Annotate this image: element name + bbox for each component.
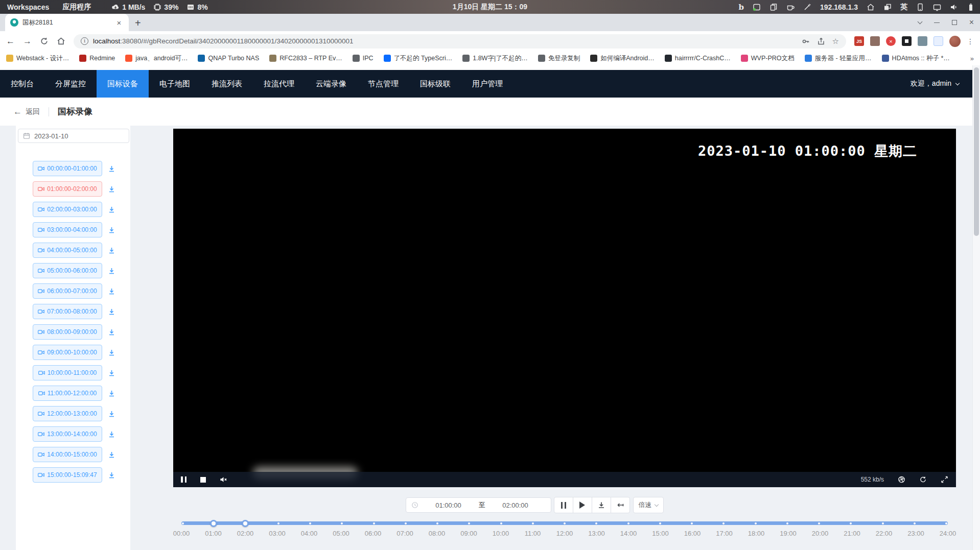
coffee-tray-icon[interactable] [786, 3, 795, 11]
window-close-button[interactable]: × [969, 18, 974, 27]
bookmark-item[interactable]: HDAtmos :: 种子 *… [882, 54, 950, 63]
speed-dropdown[interactable]: 倍速 [633, 497, 664, 513]
ip-address-indicator[interactable]: 192.168.1.3 [820, 3, 858, 11]
recording-button[interactable]: 02:00:00-03:00:00 [33, 202, 102, 217]
volume-tray-icon[interactable] [950, 3, 958, 11]
phone-connect-icon[interactable] [916, 3, 924, 11]
download-icon[interactable] [108, 349, 115, 356]
recording-button[interactable]: 11:00:00-12:00:00 [33, 386, 102, 401]
download-icon[interactable] [108, 308, 115, 316]
extension-js-badge[interactable]: JS [854, 36, 864, 46]
bookmark-item[interactable]: WVP-PRO文档 [741, 54, 795, 63]
forward-button[interactable]: → [23, 36, 32, 46]
url-bar[interactable]: i localhost:38080/#/gbRecordDetail/34020… [74, 34, 846, 49]
download-icon[interactable] [108, 390, 115, 397]
recording-button[interactable]: 14:00:00-15:00:00 [33, 447, 102, 462]
download-icon[interactable] [108, 226, 115, 234]
recording-button[interactable]: 05:00:00-06:00:00 [33, 263, 102, 278]
nav-menu-item[interactable]: 国标设备 [97, 70, 149, 98]
tab-close-icon[interactable]: × [114, 18, 124, 27]
network-speed-indicator[interactable]: 1 MB/s [111, 3, 145, 11]
screenshot-tray-icon[interactable] [753, 3, 761, 11]
nav-menu-item[interactable]: 云端录像 [305, 70, 357, 98]
nav-menu-item[interactable]: 分屏监控 [44, 70, 97, 98]
player-pause-icon[interactable] [181, 476, 186, 483]
download-icon[interactable] [108, 451, 115, 459]
nav-menu-item[interactable]: 国标级联 [409, 70, 461, 98]
share-icon[interactable] [817, 37, 825, 45]
bookmark-item[interactable]: Webstack - 设计… [6, 54, 69, 63]
extension-icon-2[interactable] [870, 36, 880, 46]
window-minimize-button[interactable] [934, 22, 940, 23]
time-range-picker[interactable]: 01:00:00 至 02:00:00 [406, 497, 551, 513]
download-icon[interactable] [108, 471, 115, 479]
bookmark-item[interactable]: 免登录复制 [538, 54, 580, 63]
download-icon[interactable] [108, 328, 115, 336]
recording-button[interactable]: 04:00:00-05:00:00 [33, 243, 102, 258]
browser-menu-icon[interactable]: ⋮ [967, 37, 974, 45]
extension-icon-6[interactable] [934, 36, 943, 46]
range-end-input[interactable]: 02:00:00 [485, 501, 546, 509]
recording-button[interactable]: 09:00:00-10:00:00 [33, 345, 102, 360]
download-icon[interactable] [108, 185, 115, 193]
download-icon[interactable] [108, 369, 115, 377]
snapshot-aperture-icon[interactable] [898, 476, 905, 483]
clock-calendar-button[interactable]: 1月10日 星期二 15：09 [453, 3, 527, 12]
workspaces-button[interactable]: Workspaces [7, 3, 49, 11]
back-button[interactable]: ← [6, 36, 15, 46]
recording-button[interactable]: 12:00:00-13:00:00 [33, 406, 102, 421]
nav-menu-item[interactable]: 用户管理 [461, 70, 514, 98]
window-maximize-button[interactable] [952, 20, 957, 25]
new-tab-button[interactable]: + [135, 18, 141, 28]
recording-button[interactable]: 00:00:00-01:00:00 [33, 161, 102, 176]
reload-button[interactable] [40, 37, 49, 45]
download-icon[interactable] [108, 267, 115, 275]
download-icon[interactable] [108, 410, 115, 418]
timeline-handle[interactable] [242, 520, 249, 527]
bookmark-item[interactable]: 如何编译Android… [590, 54, 655, 63]
recording-button[interactable]: 03:00:00-04:00:00 [33, 222, 102, 237]
display-tray-icon[interactable] [933, 3, 941, 11]
page-info-icon[interactable]: i [81, 37, 88, 45]
player-stop-icon[interactable] [200, 477, 206, 483]
pause-button[interactable] [554, 497, 573, 513]
range-start-input[interactable]: 01:00:00 [418, 501, 479, 509]
timeline-track[interactable] [181, 521, 948, 525]
applications-button[interactable]: 应用程序 [62, 3, 91, 12]
extension-blocker-icon[interactable]: × [886, 36, 896, 46]
home-tray-icon[interactable] [867, 3, 875, 11]
nav-menu-item[interactable]: 推流列表 [201, 70, 253, 98]
bookmark-item[interactable]: Redmine [79, 55, 115, 62]
tray-b-icon[interactable]: b [739, 3, 744, 11]
back-link[interactable]: ← 返回 [13, 107, 40, 117]
download-record-button[interactable] [592, 497, 611, 513]
download-icon[interactable] [108, 431, 115, 438]
recording-button[interactable]: 06:00:00-07:00:00 [33, 283, 102, 299]
nav-menu-item[interactable]: 控制台 [0, 70, 44, 98]
bookmark-item[interactable]: hairrrrr/C-CrashC… [665, 55, 731, 62]
date-picker-input[interactable]: 2023-01-10 [18, 129, 129, 143]
input-method-indicator[interactable]: 英 [900, 3, 907, 12]
seek-back-button[interactable] [611, 497, 630, 513]
password-key-icon[interactable] [802, 37, 810, 45]
memory-usage-indicator[interactable]: 8% [186, 3, 207, 11]
bookmark-item[interactable]: 了不起的 TypeScri… [384, 54, 453, 63]
recording-button[interactable]: 13:00:00-14:00:00 [33, 426, 102, 442]
nav-menu-item[interactable]: 拉流代理 [253, 70, 305, 98]
bookmark-item[interactable]: 服务器 - 轻量应用… [805, 54, 872, 63]
download-icon[interactable] [108, 206, 115, 213]
profile-avatar[interactable] [949, 36, 961, 47]
refresh-icon[interactable] [919, 476, 927, 483]
nav-menu-item[interactable]: 节点管理 [357, 70, 409, 98]
download-icon[interactable] [108, 165, 115, 173]
extension-icon-4[interactable] [902, 36, 912, 46]
download-icon[interactable] [108, 247, 115, 254]
battery-icon[interactable] [967, 3, 975, 11]
scrollbar-thumb[interactable] [974, 67, 979, 236]
timeline-handle[interactable] [210, 520, 217, 527]
download-icon[interactable] [108, 288, 115, 295]
recording-button[interactable]: 15:00:00-15:09:47 [33, 467, 102, 483]
page-scrollbar[interactable] [972, 65, 980, 550]
nav-menu-item[interactable]: 电子地图 [149, 70, 201, 98]
recording-button[interactable]: 08:00:00-09:00:00 [33, 324, 102, 340]
